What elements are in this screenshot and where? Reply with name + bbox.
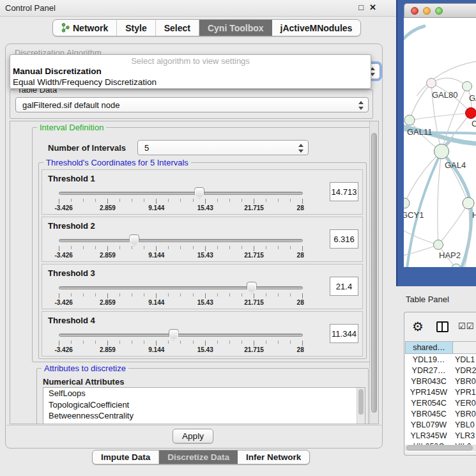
- node-label-partial-h: H: [472, 210, 476, 220]
- checkbox-icons[interactable]: ☑☑: [458, 321, 474, 331]
- table-row[interactable]: YBR043CYBR0: [405, 376, 476, 387]
- numerical-attributes-list[interactable]: SelfLoops TopologicalCoefficient Between…: [43, 387, 365, 424]
- threshold-1-slider-handle[interactable]: [194, 187, 204, 199]
- table-row[interactable]: YBR045CYBR0: [405, 408, 476, 419]
- node-label-gcy1: GCY1: [404, 210, 424, 220]
- float-window-icon[interactable]: □: [358, 3, 369, 12]
- edge: [441, 151, 468, 203]
- settings-scroll-area: Interval Definition Number of Intervals …: [10, 121, 379, 424]
- tab-discretize-data[interactable]: Discretize Data: [159, 450, 238, 464]
- table-panel-toolbar: ⚙ ☑☑: [404, 312, 476, 341]
- node-gcy1[interactable]: [404, 198, 410, 208]
- slider-tick-labels: -3.426 2.859 9.144 15.43 21.715 28: [59, 204, 303, 212]
- slider-ticks: [59, 246, 303, 251]
- dropdown-option-equal-width[interactable]: Equal Width/Frequency Discretization: [10, 77, 371, 88]
- threshold-4-slider-handle[interactable]: [169, 329, 179, 341]
- threshold-1-value-field[interactable]: 14.713: [330, 182, 358, 201]
- list-item[interactable]: TopologicalCoefficient: [43, 399, 365, 411]
- column-header-name[interactable]: na: [452, 341, 476, 354]
- list-item[interactable]: BetweennessCentrality: [43, 410, 365, 422]
- node-label-partial-c: C: [472, 119, 476, 128]
- edge: [431, 78, 467, 86]
- dropdown-hint: Select algorithm to view settings: [10, 56, 371, 66]
- threshold-3-slider-track[interactable]: [59, 286, 303, 289]
- tab-network-label: Network: [73, 23, 108, 33]
- threshold-2-slider-handle[interactable]: [129, 234, 139, 246]
- threshold-3-slider-handle[interactable]: [247, 282, 257, 293]
- zoom-window-icon[interactable]: [435, 7, 443, 15]
- tab-infer-network[interactable]: Infer Network: [238, 450, 309, 464]
- threshold-3-label: Threshold 3: [48, 268, 95, 278]
- settings-scrollbar[interactable]: [369, 121, 378, 424]
- table-row[interactable]: YER054CYER0: [405, 397, 476, 408]
- network-view-canvas[interactable]: GAL80 GA C GAL11 GAL4 GCY1 H HAP2: [404, 18, 476, 267]
- node-label-gal80: GAL80: [432, 90, 457, 100]
- combo-arrows-icon: [358, 100, 364, 111]
- gear-icon[interactable]: ⚙: [412, 319, 424, 334]
- edge: [410, 113, 471, 120]
- network-window-titlebar[interactable]: [404, 3, 476, 18]
- list-item[interactable]: SelfLoops: [43, 388, 365, 399]
- numerical-attributes-label: Numerical Attributes: [43, 377, 124, 387]
- minimize-window-icon[interactable]: [423, 7, 431, 15]
- list-scrollbar[interactable]: [357, 388, 365, 424]
- table-header-row: shared… na: [405, 341, 476, 354]
- node-gal80[interactable]: [427, 79, 436, 88]
- table-row[interactable]: YDR27…YDR2: [405, 365, 476, 376]
- table-panel-title: Table Panel: [406, 295, 449, 304]
- threshold-4-slider-track[interactable]: [59, 334, 303, 337]
- node-label-partial-g: GA: [469, 93, 476, 103]
- threshold-2-row: Threshold 2 -3.426 2.859 9.144 15.43 21.…: [42, 217, 363, 262]
- slider-ticks: [59, 341, 303, 346]
- threshold-2-value-field[interactable]: 6.316: [330, 229, 358, 249]
- table-row[interactable]: YBL079WYBL0: [405, 419, 476, 430]
- table-data-combobox[interactable]: galFiltered.sif default node: [15, 97, 369, 112]
- table-row[interactable]: YLR345WYLR3: [405, 430, 476, 441]
- column-header-shared-name[interactable]: shared…: [405, 341, 452, 354]
- tab-style[interactable]: Style: [117, 20, 155, 36]
- threshold-1-slider-track[interactable]: [59, 192, 303, 195]
- threshold-3-value-field[interactable]: 21.4: [330, 277, 358, 296]
- node-top-right[interactable]: [463, 82, 472, 91]
- tab-network[interactable]: Network: [53, 20, 117, 36]
- tab-jactivemnodules[interactable]: jActiveMNodules: [272, 20, 361, 36]
- table-panel: ⚙ ☑☑ shared… na YDL19…YDL1 YDR27…YDR2 YB…: [404, 312, 476, 456]
- node-red-selected[interactable]: [466, 108, 476, 119]
- node-gal11[interactable]: [404, 115, 415, 125]
- slider-tick-labels: -3.426 2.859 9.144 15.43 21.715 28: [59, 299, 303, 307]
- cyni-bottom-tabbar: Impute Data Discretize Data Infer Networ…: [92, 450, 310, 464]
- threshold-2-label: Threshold 2: [48, 221, 95, 231]
- apply-button[interactable]: Apply: [173, 429, 213, 443]
- edge: [404, 230, 438, 245]
- combo-arrows-icon: [298, 143, 303, 153]
- table-row[interactable]: YPR145WYPR1: [405, 387, 476, 397]
- table-row[interactable]: YDL19…YDL1: [405, 354, 476, 365]
- number-of-intervals-value: 5: [144, 143, 149, 153]
- tab-select[interactable]: Select: [156, 20, 199, 36]
- number-of-intervals-combobox[interactable]: 5: [137, 140, 309, 155]
- threshold-4-label: Threshold 4: [48, 316, 95, 325]
- node-gal4[interactable]: [434, 144, 449, 159]
- table-data-selected-value: galFiltered.sif default node: [22, 100, 119, 110]
- network-graph: GAL80 GA C GAL11 GAL4 GCY1 H HAP2: [404, 18, 476, 267]
- divider: [6, 425, 383, 426]
- control-panel-tabbar: Network Style Select Cyni Toolbox jActiv…: [52, 19, 361, 36]
- dropdown-option-manual[interactable]: Manual Discretization: [10, 66, 371, 77]
- close-window-icon[interactable]: [411, 7, 418, 15]
- edge: [410, 83, 431, 120]
- slider-tick-labels: -3.426 2.859 9.144 15.43 21.715 28: [59, 346, 303, 354]
- threshold-1-row: Threshold 1 -3.426 2.859 9.144 15.43 21.…: [42, 169, 363, 215]
- close-panel-icon[interactable]: ✕: [369, 3, 382, 12]
- tab-impute-data[interactable]: Impute Data: [93, 450, 159, 464]
- tab-cyni-toolbox[interactable]: Cyni Toolbox: [199, 20, 272, 36]
- slider-ticks: [59, 293, 303, 298]
- threshold-4-value-field[interactable]: 11.344: [330, 324, 358, 343]
- threshold-2-slider-track[interactable]: [59, 239, 303, 242]
- node-hap2[interactable]: [434, 240, 443, 250]
- node-label-gal11: GAL11: [407, 127, 433, 137]
- columns-icon[interactable]: [436, 321, 449, 332]
- edge: [404, 26, 424, 40]
- table-horizontal-scrollbar[interactable]: [405, 445, 476, 451]
- node-h[interactable]: [463, 197, 474, 209]
- threshold-3-row: Threshold 3 -3.426 2.859 9.144 15.43 21.…: [42, 264, 363, 309]
